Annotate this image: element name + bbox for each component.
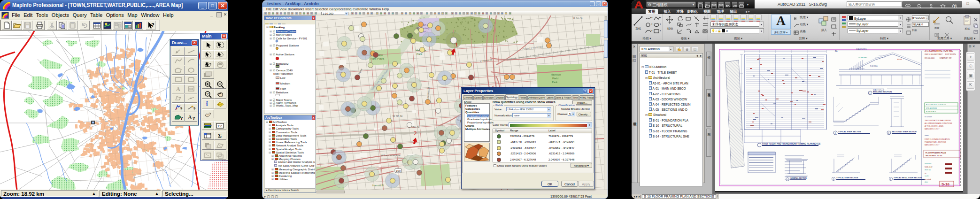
svg-text:?: ? (193, 107, 196, 111)
svg-text:FRAMING PLAN - SECTIONS: FRAMING PLAN - SECTIONS (925, 141, 947, 143)
svg-text:J+1 CONSTRUCTION INC: J+1 CONSTRUCTION INC (925, 49, 953, 52)
svg-text:1:2: 1:2 (217, 124, 222, 128)
svg-text:Park: Park (552, 81, 558, 84)
svg-text:?: ? (193, 116, 195, 121)
svg-text:1: 1 (455, 41, 458, 48)
svg-text:Harmon: Harmon (551, 73, 561, 76)
svg-text:199: 199 (396, 169, 401, 172)
svg-text:BARCODES: 3 25½": BARCODES: 3 25½" (925, 144, 940, 146)
svg-text:SCALE: 1/4"=1-0": SCALE: 1/4"=1-0" (873, 89, 884, 91)
svg-text:S-16: S-16 (941, 182, 949, 186)
svg-text:as noted: as noted (925, 178, 931, 180)
svg-text:E 6th St: E 6th St (573, 17, 583, 20)
svg-text:FLOOR FRAMING PLAN: FLOOR FRAMING PLAN (926, 152, 946, 154)
svg-text:2x8 RAFTERS: 2x8 RAFTERS (858, 57, 867, 59)
svg-text:Field: Field (552, 77, 558, 80)
svg-text:TYPICAL METAL STAIR SECTION: TYPICAL METAL STAIR SECTION (894, 177, 922, 179)
svg-text:ss: ss (925, 172, 926, 174)
svg-text:SECTION AT STAIR SECTION: SECTION AT STAIR SECTION (892, 131, 917, 133)
svg-text:5: 5 (890, 178, 891, 180)
svg-text:SCALE NOTES: SCALE NOTES (856, 48, 866, 50)
svg-text:FIRST FLOOR AND FOUNDATION FRA: FIRST FLOOR AND FOUNDATION FRAMING PLAN … (762, 143, 820, 145)
svg-text:?: ? (180, 116, 183, 121)
svg-text:W 7th St: W 7th St (393, 115, 403, 117)
svg-text:Σ: Σ (218, 132, 222, 139)
svg-text:AT THE JOB SITE - 12345: AT THE JOB SITE - 12345 (925, 125, 943, 127)
svg-text:SECTIONS 1 2 3 4 5: SECTIONS 1 2 3 4 5 (926, 155, 942, 157)
svg-text:FT WORTH TX: FT WORTH TX (926, 111, 936, 113)
svg-text:R-30 INSUL: R-30 INSUL (870, 65, 878, 67)
svg-text:scale:: scale: (925, 175, 929, 177)
svg-text:TYPICAL STAIR SECTION: TYPICAL STAIR SECTION (838, 130, 861, 133)
svg-text:?: ? (180, 107, 183, 111)
svg-text:2801 S. HULEN STREET: 2801 S. HULEN STREET (925, 54, 942, 55)
svg-text:817-000-0000: 817-000-0000 (925, 57, 934, 59)
svg-text:?: ? (954, 5, 956, 8)
svg-text:W Lancaster Ave: W Lancaster Ave (381, 154, 400, 157)
svg-text:sheet no:: sheet no: (925, 163, 932, 165)
svg-text:A: A (176, 86, 180, 92)
svg-text:A: A (188, 114, 192, 121)
svg-text:RIDGE: RIDGE (897, 59, 902, 61)
svg-text:no arrows: no arrows (925, 116, 932, 118)
svg-text:3: 3 (833, 178, 834, 180)
svg-text:?: ? (207, 92, 209, 96)
svg-text:date:: date: (925, 181, 928, 183)
svg-text:DRAWN BY: KW: DRAWN BY: KW (940, 57, 952, 59)
svg-text:Park: Park (417, 53, 423, 55)
svg-text:A2 CONSTRUCTION BLDG: A2 CONSTRUCTION BLDG (926, 104, 946, 106)
svg-text:S-16 of 22: S-16 of 22 (925, 166, 933, 168)
svg-text:AA: AA (835, 50, 838, 52)
svg-text:Harrold Pl: Harrold Pl (372, 184, 384, 187)
svg-text:drwn by:: drwn by: (925, 169, 931, 171)
svg-text:FIRST FLOOR AND FOUNDATION: FIRST FLOOR AND FOUNDATION (925, 138, 950, 140)
svg-text:THE CONTRACTOR SHALL VERIFY: THE CONTRACTOR SHALL VERIFY (925, 120, 951, 122)
svg-text:TYPICAL STAIR SECTION: TYPICAL STAIR SECTION (836, 177, 858, 179)
svg-text:2: 2 (414, 130, 417, 137)
svg-text:FORT WORTH: FORT WORTH (945, 54, 956, 55)
svg-text:Park Plaza: Park Plaza (370, 57, 385, 60)
svg-text:GENERAL SECTION: GENERAL SECTION (790, 177, 807, 179)
svg-text:?: ? (151, 22, 154, 28)
svg-text:sheet:: sheet: (925, 135, 929, 137)
svg-text:ALL DIMENSIONS AND CONDITIONS: ALL DIMENSIONS AND CONDITIONS (925, 122, 952, 124)
svg-text:BARCODES: 3 25½": BARCODES: 3 25½" (925, 128, 940, 130)
svg-text:SITE ADDRESS: SITE ADDRESS (926, 107, 937, 109)
